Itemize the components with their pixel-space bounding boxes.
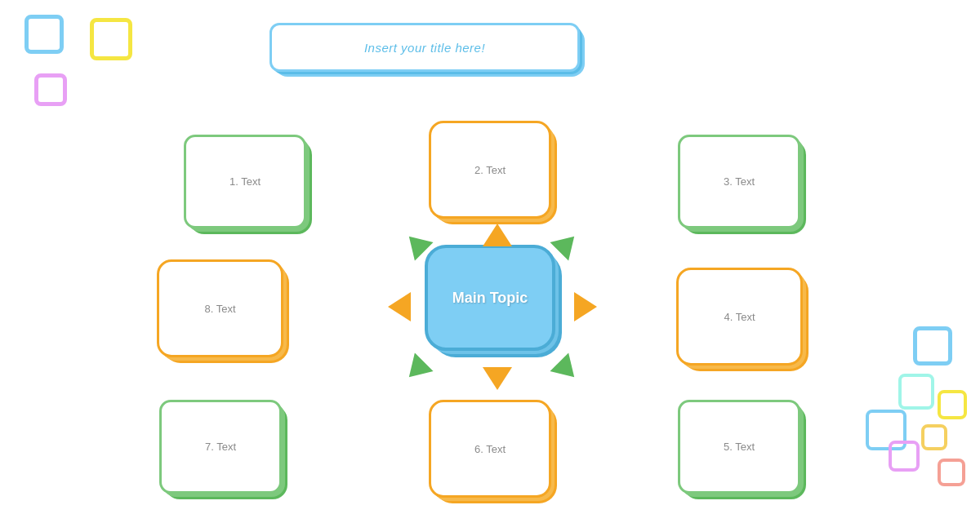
title-text: Insert your title here! <box>364 41 485 55</box>
node-6-inner: 6. Text <box>429 400 551 498</box>
main-topic[interactable]: Main Topic <box>425 245 555 351</box>
node-7[interactable]: 7. Text <box>159 400 282 494</box>
title-container: Insert your title here! <box>270 23 580 72</box>
node-4-inner: 4. Text <box>676 268 803 366</box>
deco-square-br6 <box>938 459 965 486</box>
deco-square-br7 <box>921 424 947 450</box>
node-1-label: 1. Text <box>229 175 261 188</box>
node-4-label: 4. Text <box>724 311 755 323</box>
node-5-label: 5. Text <box>724 441 755 453</box>
arrow-left <box>388 292 411 321</box>
node-3[interactable]: 3. Text <box>678 135 800 228</box>
main-topic-text: Main Topic <box>452 290 528 307</box>
arrow-downright <box>550 352 583 386</box>
deco-square-br2 <box>898 374 934 410</box>
node-1[interactable]: 1. Text <box>184 135 306 228</box>
node-8-label: 8. Text <box>204 303 235 315</box>
node-6[interactable]: 6. Text <box>429 400 551 498</box>
deco-square-tl1 <box>24 15 64 54</box>
arrow-up <box>483 224 512 246</box>
node-6-label: 6. Text <box>474 443 506 455</box>
node-2[interactable]: 2. Text <box>429 121 551 219</box>
node-3-label: 3. Text <box>724 175 755 188</box>
node-2-inner: 2. Text <box>429 121 551 219</box>
deco-square-tl3 <box>34 73 67 106</box>
arrow-right <box>574 292 597 321</box>
main-topic-inner: Main Topic <box>425 245 555 351</box>
node-5[interactable]: 5. Text <box>678 400 800 494</box>
node-5-inner: 5. Text <box>678 400 800 494</box>
arrow-downleft <box>399 352 433 386</box>
node-8-inner: 8. Text <box>157 259 283 357</box>
deco-square-br4 <box>938 390 967 419</box>
node-7-inner: 7. Text <box>159 400 282 494</box>
title-inner: Insert your title here! <box>270 23 580 72</box>
deco-square-tl2 <box>90 18 132 60</box>
node-8[interactable]: 8. Text <box>157 259 283 357</box>
node-1-inner: 1. Text <box>184 135 306 228</box>
arrow-down <box>483 367 512 390</box>
node-7-label: 7. Text <box>205 441 236 453</box>
node-4[interactable]: 4. Text <box>676 268 803 366</box>
node-3-inner: 3. Text <box>678 135 800 228</box>
deco-square-br1 <box>913 326 952 366</box>
node-2-label: 2. Text <box>474 164 506 176</box>
deco-square-br5 <box>889 441 920 472</box>
